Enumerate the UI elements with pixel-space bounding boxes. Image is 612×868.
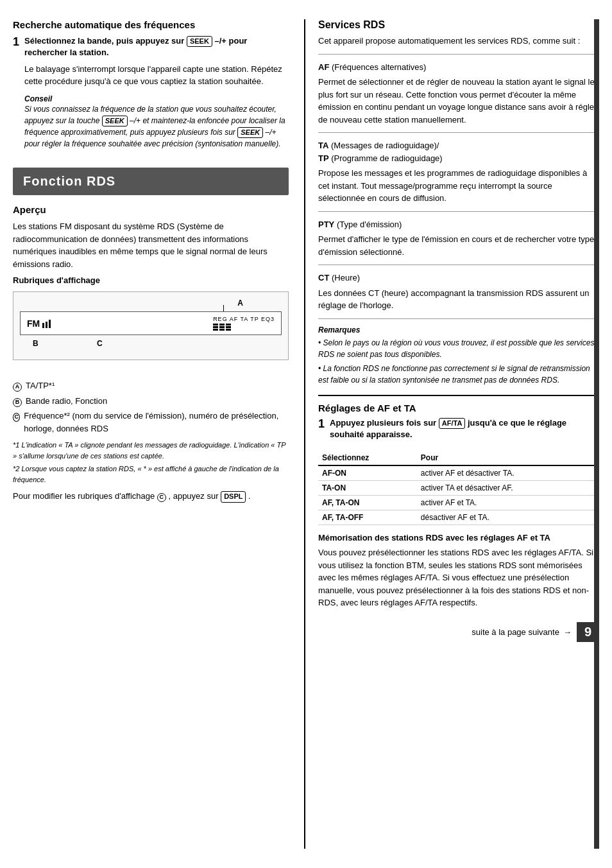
pty-body: Permet d'afficher le type de l'émission …: [318, 233, 599, 258]
page-next-text: suite à la page suivante: [472, 627, 559, 637]
page-arrow: →: [563, 627, 572, 637]
sb-5: [219, 326, 225, 328]
diagram-label-c-row: C Fréquence*² (nom du service de l'émiss…: [13, 410, 289, 435]
table-col2: Pour: [417, 451, 599, 465]
display-top-text: REG AF TA TP EQ3: [213, 316, 275, 322]
services-rds-title: Services RDS: [318, 19, 599, 31]
remarque-2: La fonction RDS ne fonctionne pas correc…: [318, 363, 599, 386]
bar-3: [49, 320, 51, 328]
label-c-text: Fréquence*² (nom du service de l'émissio…: [24, 410, 289, 435]
step-1-content: Sélectionnez la bande, puis appuyez sur …: [24, 35, 289, 156]
seek-badge-2: SEEK: [102, 116, 128, 126]
circle-a: A: [13, 383, 22, 392]
small-bar-row-1: [213, 324, 275, 326]
table-pour-2: activer AF et TA.: [417, 496, 599, 510]
divider-ct: [318, 265, 599, 265]
diagram-label-b-row: B Bande radio, Fonction: [13, 395, 289, 408]
sidebar-dark-bar: [594, 19, 599, 849]
remarques-section: Remarques Selon le pays ou la région où …: [318, 326, 599, 386]
reglages-title: Réglages de AF et TA: [318, 395, 599, 413]
sb-1: [213, 324, 218, 326]
table-select-3: AF, TA-OFF: [318, 510, 417, 525]
bar-2: [46, 322, 47, 328]
step-1: 1 Sélectionnez la bande, puis appuyez su…: [13, 35, 289, 156]
display-inner: FM REG AF TA TP EQ3: [20, 311, 282, 335]
fonction-rds-text: Fonction RDS: [23, 174, 115, 188]
tatp-body: Propose les messages et les programmes d…: [318, 167, 599, 205]
table-row: AF, TA-OFFdésactiver AF et TA.: [318, 510, 599, 525]
divider-ta: [318, 132, 599, 133]
diagram-label-a-row: A TA/TP*¹: [13, 379, 289, 392]
footnote-2: *2 Lorsque vous captez la station RDS, «…: [13, 464, 289, 485]
table-select-2: AF, TA-ON: [318, 496, 417, 510]
table-row: AF, TA-ONactiver AF et TA.: [318, 496, 599, 510]
ct-body: Les données CT (heure) accompagnant la t…: [318, 287, 599, 312]
afta-badge: AF/TA: [439, 418, 466, 429]
memorisation-title: Mémorisation des stations RDS avec les r…: [318, 533, 599, 542]
remarques-label: Remarques: [318, 326, 599, 334]
footnote-1: *1 L'indication « TA » clignote pendant …: [13, 440, 289, 461]
step-1-heading: Sélectionnez la bande, puis appuyez sur …: [24, 35, 289, 59]
conseil-text: Si vous connaissez la fréquence de la st…: [24, 103, 289, 150]
table-pour-0: activer AF et désactiver TA.: [417, 465, 599, 481]
fonction-rds-banner: Fonction RDS: [13, 168, 289, 195]
conseil-label: Conseil: [24, 94, 289, 103]
sb-8: [219, 329, 225, 331]
bar-1: [42, 323, 44, 328]
table-pour-1: activer TA et désactiver AF.: [417, 481, 599, 496]
divider-pty: [318, 211, 599, 212]
sb-9: [226, 329, 231, 331]
seek-badge-3: SEEK: [237, 127, 263, 138]
table-row: AF-ONactiver AF et désactiver TA.: [318, 465, 599, 481]
label-c-marker: C: [97, 339, 103, 348]
dspl-badge: DSPL: [221, 491, 246, 502]
divider-af: [318, 54, 599, 55]
display-right: REG AF TA TP EQ3: [213, 316, 275, 331]
display-right-bars: [213, 324, 275, 331]
pty-term-line: PTY (Type d'émission): [318, 218, 599, 231]
sb-4: [213, 326, 218, 328]
ct-term-line: CT (Heure): [318, 272, 599, 284]
reglages-step-heading: Appuyez plusieurs fois sur AF/TA jusqu'à…: [330, 417, 599, 441]
sb-2: [219, 324, 225, 326]
reglages-step-content: Appuyez plusieurs fois sur AF/TA jusqu'à…: [330, 417, 599, 445]
services-rds-body: Cet appareil propose automatiquement les…: [318, 35, 599, 48]
reglages-step-number: 1: [318, 417, 325, 445]
label-a-text: TA/TP*¹: [26, 379, 55, 392]
ta-term-line: TA (Messages de radioguidage)/TP (Progra…: [318, 139, 599, 164]
reglages-step-1: 1 Appuyez plusieurs fois sur AF/TA jusqu…: [318, 417, 599, 445]
table-row: TA-ONactiver TA et désactiver AF.: [318, 481, 599, 496]
recherche-title: Recherche automatique des fréquences: [13, 19, 289, 30]
table-col1: Sélectionnez: [318, 451, 417, 465]
af-term-line: AF (Fréquences alternatives): [318, 61, 599, 74]
dspl-para: Pour modifier les rubriques d'affichage …: [13, 490, 289, 503]
display-bars: [42, 319, 51, 328]
apercu-body: Les stations FM disposant du système RDS…: [13, 220, 289, 270]
step-1-body: Le balayage s'interrompt lorsque l'appar…: [24, 63, 289, 88]
diagram-labels: A TA/TP*¹ B Bande radio, Fonction C Fréq…: [13, 379, 289, 435]
small-bar-row-3: [213, 329, 275, 331]
af-item: AF (Fréquences alternatives) Permet de s…: [318, 61, 599, 126]
conseil-box: Conseil Si vous connaissez la fréquence …: [24, 94, 289, 150]
page-number-area: suite à la page suivante → 9: [318, 622, 599, 642]
memorisation-body: Vous pouvez présélectionner les stations…: [318, 546, 599, 609]
sb-6: [226, 326, 231, 328]
table-select-1: TA-ON: [318, 481, 417, 496]
apercu-title: Aperçu: [13, 204, 289, 215]
seek-badge-1: SEEK: [187, 36, 212, 47]
af-body: Permet de sélectionner et de régler de n…: [318, 76, 599, 126]
table-select-0: AF-ON: [318, 465, 417, 481]
pty-item: PTY (Type d'émission) Permet d'afficher …: [318, 218, 599, 259]
label-a-marker: A: [237, 299, 243, 308]
display-diagram: A FM REG AF TA TP EQ3: [13, 291, 289, 360]
table-pour-3: désactiver AF et TA.: [417, 510, 599, 525]
ct-item: CT (Heure) Les données CT (heure) accomp…: [318, 272, 599, 312]
display-fm: FM: [27, 318, 40, 329]
circle-b: B: [13, 398, 22, 407]
right-column: Services RDS Cet appareil propose automa…: [304, 19, 599, 849]
display-left: FM: [27, 318, 51, 329]
sb-7: [213, 329, 218, 331]
circle-c-ref: C: [157, 493, 166, 502]
small-bar-row-2: [213, 326, 275, 328]
left-column: Recherche automatique des fréquences 1 S…: [13, 19, 289, 849]
